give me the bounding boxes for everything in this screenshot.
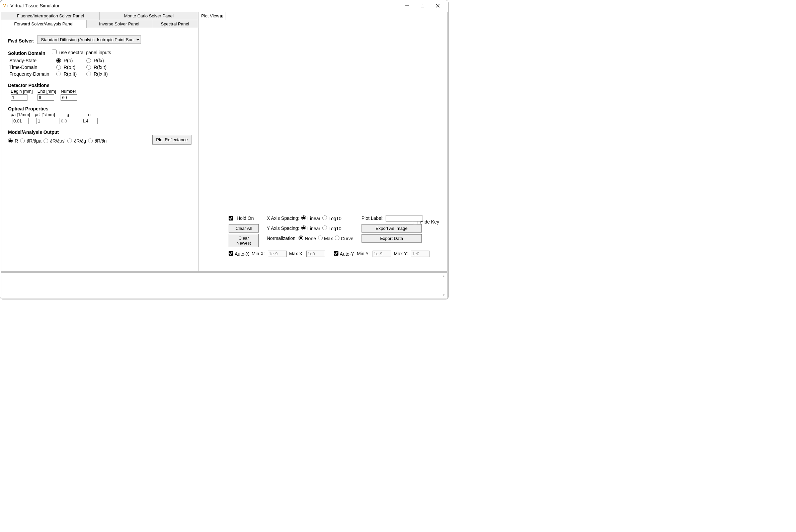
max-y-label: Max Y: <box>394 251 408 256</box>
clear-newest-button[interactable]: Clear Newest <box>229 234 259 247</box>
fwd-solver-label: Fwd Solver: <box>8 38 35 43</box>
min-y-input <box>373 251 391 257</box>
auto-x-checkbox-label[interactable]: Auto-X <box>229 251 249 256</box>
export-image-button[interactable]: Export As Image <box>362 224 422 232</box>
y-spacing-label: Y Axis Spacing: <box>267 226 299 231</box>
detector-positions-label: Detector Positions <box>8 83 191 88</box>
scroll-up-icon: ▴ <box>443 274 445 278</box>
tab-forward-solver[interactable]: Forward Solver/Analysis Panel <box>1 20 87 28</box>
auto-y-checkbox[interactable] <box>334 251 338 255</box>
radio-x-log10[interactable]: Log10 <box>322 215 341 221</box>
normalization-label: Normalization: <box>267 235 297 241</box>
export-data-button[interactable]: Export Data <box>362 234 422 243</box>
dp-number-input[interactable] <box>60 94 77 101</box>
radio-r-rho-t[interactable]: R(ρ,t) <box>56 64 86 70</box>
op-n-label: n <box>88 112 90 117</box>
radio-r-rho[interactable]: R(ρ) <box>56 58 86 63</box>
tab-monte-carlo[interactable]: Monte Carlo Solver Panel <box>99 12 198 20</box>
maximize-button[interactable] <box>415 1 430 11</box>
close-button[interactable] <box>430 1 446 11</box>
hold-on-checkbox-label[interactable]: Hold On <box>229 214 259 223</box>
plot-label-label: Plot Label: <box>362 215 384 221</box>
use-spectral-checkbox-label[interactable]: use spectral panel inputs <box>52 50 111 55</box>
x-spacing-label: X Axis Spacing: <box>267 215 299 221</box>
max-x-label: Max X: <box>289 251 304 256</box>
plot-reflectance-button[interactable]: Plot Reflectance <box>152 135 191 145</box>
minimize-button[interactable] <box>399 1 415 11</box>
min-x-input <box>268 251 286 257</box>
max-x-input <box>306 251 325 257</box>
window-title: Virtual Tissue Simulator <box>11 3 60 8</box>
tab-fluence[interactable]: Fluence/Interrogation Solver Panel <box>1 12 100 20</box>
tab-plot-view[interactable]: Plot View▣ <box>198 12 226 20</box>
app-icon: VT <box>3 3 8 8</box>
min-x-label: Min X: <box>252 251 265 256</box>
log-panel: ▴ ▾ <box>1 272 447 299</box>
max-y-input <box>411 251 429 257</box>
plot-area: Hide Key Hold On Clear All Clear Newest <box>199 20 447 271</box>
solution-domain-label: Solution Domain <box>8 51 45 56</box>
dp-end-label: End [mm] <box>37 89 56 94</box>
model-output-label: Model/Analysis Output <box>8 130 191 135</box>
op-g-label: g <box>67 112 69 117</box>
left-pane: Fluence/Interrogation Solver Panel Monte… <box>1 12 199 272</box>
log-scrollbar[interactable]: ▴ ▾ <box>441 274 446 297</box>
app-window: VT Virtual Tissue Simulator Fluence/Inte… <box>0 0 448 300</box>
titlebar: VT Virtual Tissue Simulator <box>0 0 448 11</box>
op-musp-label: μs' [1/mm] <box>35 112 55 117</box>
right-pane: Plot View▣ Hide Key Hold On <box>199 12 447 272</box>
radio-r-fx[interactable]: R(fx) <box>86 58 116 63</box>
min-y-label: Min Y: <box>357 251 370 256</box>
clear-all-button[interactable]: Clear All <box>229 224 259 232</box>
hold-on-checkbox[interactable] <box>229 216 233 221</box>
radio-norm-curve[interactable]: Curve <box>335 235 353 241</box>
radio-y-log10[interactable]: Log10 <box>322 226 341 231</box>
radio-x-linear[interactable]: Linear <box>301 215 320 221</box>
time-domain-label: Time-Domain <box>10 64 56 70</box>
radio-norm-none[interactable]: None <box>299 235 316 241</box>
radio-mo-drdmua[interactable]: ∂R/∂μa <box>20 138 41 144</box>
radio-mo-drdn[interactable]: ∂R/∂n <box>88 138 107 144</box>
op-mua-label: μa [1/mm] <box>11 112 30 117</box>
freq-domain-label: Frequency-Domain <box>10 71 56 77</box>
fwd-solver-select[interactable]: Standard Diffusion (Analytic: Isotropic … <box>37 36 141 44</box>
radio-r-rho-ft[interactable]: R(ρ,ft) <box>56 71 86 77</box>
use-spectral-checkbox[interactable] <box>52 50 57 54</box>
tab-pin-icon: ▣ <box>220 14 223 18</box>
svg-rect-1 <box>421 4 424 7</box>
op-mua-input[interactable] <box>12 118 29 124</box>
radio-r-fx-t[interactable]: R(fx,t) <box>86 64 116 70</box>
radio-mo-drdmusp[interactable]: ∂R/∂μs' <box>43 138 66 144</box>
dp-begin-input[interactable] <box>11 94 27 101</box>
op-g-input <box>60 118 76 124</box>
dp-begin-label: Begin [mm] <box>11 89 33 94</box>
radio-mo-r[interactable]: R <box>8 138 18 144</box>
plot-label-input[interactable] <box>386 215 422 222</box>
steady-state-label: Steady-State <box>10 58 56 63</box>
dp-end-input[interactable] <box>37 94 54 101</box>
radio-mo-drdg[interactable]: ∂R/∂g <box>67 138 86 144</box>
dp-number-label: Number <box>60 89 76 94</box>
auto-y-checkbox-label[interactable]: Auto-Y <box>334 251 354 256</box>
op-musp-input[interactable] <box>36 118 53 124</box>
tab-inverse-solver[interactable]: Inverse Solver Panel <box>86 20 152 28</box>
radio-norm-max[interactable]: Max <box>318 235 333 241</box>
radio-y-linear[interactable]: Linear <box>301 226 320 231</box>
op-n-input[interactable] <box>81 118 98 124</box>
optical-props-label: Optical Properties <box>8 106 191 111</box>
radio-r-fx-ft[interactable]: R(fx,ft) <box>86 71 116 77</box>
tab-spectral[interactable]: Spectral Panel <box>152 20 199 28</box>
scroll-down-icon: ▾ <box>443 293 445 297</box>
auto-x-checkbox[interactable] <box>229 251 233 255</box>
